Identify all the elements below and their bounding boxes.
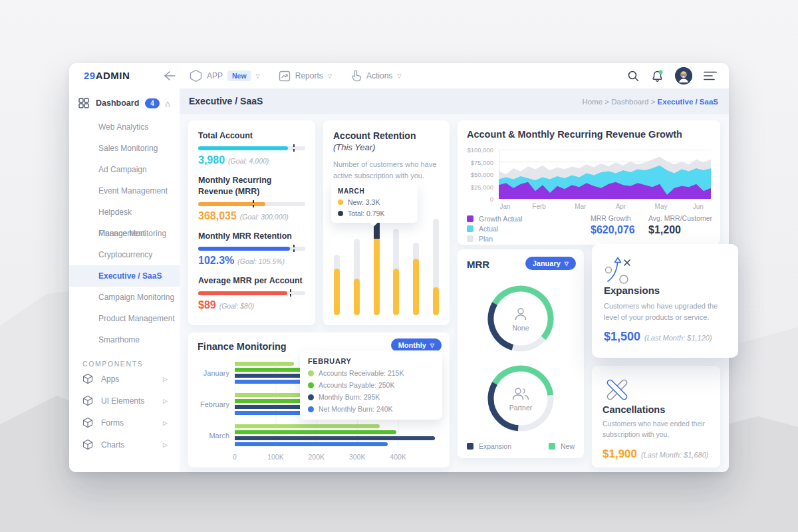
legend-dot-icon <box>308 382 314 388</box>
month-select-dropdown[interactable]: January ▽ <box>525 257 576 270</box>
legend-label: Actual <box>479 225 498 233</box>
caret-down-icon: ▽ <box>430 342 434 348</box>
retention-bar-chart <box>334 215 439 315</box>
notifications-bell-icon[interactable] <box>651 69 664 82</box>
metric-progress-fill <box>198 146 288 150</box>
bar-net-monthly-burn <box>235 442 388 446</box>
stat-label: MRR Growth <box>591 214 635 222</box>
cube-icon <box>82 439 93 450</box>
mrr-donut-none: None <box>486 284 555 353</box>
sidebar-collapse-icon[interactable] <box>161 68 177 83</box>
x-axis-label: 200K <box>309 453 325 461</box>
cancellations-last-month: (Last Month: $1,680) <box>641 451 709 459</box>
mrr-donuts-card: MRR January ▽ None Partner ExpansionNew <box>458 249 584 458</box>
cube-icon <box>82 417 93 428</box>
logo-prefix: 29 <box>84 70 96 81</box>
metric-value: 102.3% <box>198 255 234 267</box>
legend-label: New <box>561 442 575 450</box>
retention-bar <box>433 215 439 315</box>
breadcrumb-prefix[interactable]: Home > Dashboard > <box>582 98 655 106</box>
sidebar-item-forms[interactable]: Forms▷ <box>69 412 180 434</box>
stat-value: $1,200 <box>648 224 712 236</box>
menu-actions[interactable]: Actions ▽ <box>350 70 402 82</box>
metric-progress-fill <box>198 202 265 206</box>
sidebar-item-charts[interactable]: Charts▷ <box>69 434 180 456</box>
caret-down-icon: ▽ <box>328 73 332 79</box>
legend-label: Expansion <box>479 442 511 450</box>
sidebar-item-helpdesk-management[interactable]: Helpdesk Management <box>69 201 180 223</box>
cancellations-value: $1,900 <box>602 448 637 461</box>
metric-progress-fill <box>198 291 287 295</box>
donut-center: Partner <box>486 364 555 433</box>
growth-legend: Growth ActualActualPlan <box>467 213 522 243</box>
metric-goal: (Goal: 105.5%) <box>237 257 285 265</box>
x-axis-label: Apr <box>616 203 626 210</box>
sidebar-item-finance-monitoring[interactable]: Finance Monitoring <box>69 223 180 244</box>
x-axis-label: 0 <box>233 453 237 461</box>
sidebar-item-cryptocurrency[interactable]: Cryptocurrency <box>69 244 180 265</box>
menu-icon[interactable] <box>704 71 717 80</box>
sidebar-item-apps[interactable]: Apps▷ <box>69 368 180 390</box>
retention-title: Account Retention <box>333 130 440 141</box>
components-section-label: COMPONENTS <box>69 360 180 368</box>
donut-center-label: None <box>512 324 529 332</box>
sidebar-item-ad-campaign[interactable]: Ad Campaign <box>69 159 180 180</box>
component-label: Apps <box>101 374 119 384</box>
menu-app[interactable]: APP New ▽ <box>190 69 260 82</box>
user-avatar[interactable] <box>675 67 692 84</box>
breadcrumb: Home > Dashboard > Executive / SaaS <box>582 98 718 106</box>
sidebar-item-ui-elements[interactable]: UI Elements▷ <box>69 390 180 412</box>
sidebar-item-web-analytics[interactable]: Web Analytics <box>69 116 180 138</box>
finance-category-label: March <box>188 424 229 446</box>
metric-progress-bar <box>198 247 305 251</box>
bar-new-fill <box>374 237 380 315</box>
period-select-dropdown[interactable]: Monthly ▽ <box>391 338 442 352</box>
metric-progress-bar <box>198 146 305 150</box>
y-axis-label: $75,000 <box>467 159 493 166</box>
tooltip-row: Accounts Payable: 250K <box>308 381 434 389</box>
legend-item-growth-actual: Growth Actual <box>467 213 522 223</box>
bar-accounts-payable <box>235 430 396 434</box>
collapse-up-icon[interactable]: △ <box>165 100 170 107</box>
legend-item-expansion: Expansion <box>467 442 511 450</box>
cancellations-description: Customers who have ended their subscript… <box>602 419 710 440</box>
sidebar-item-smarthome[interactable]: Smarthome <box>69 329 180 350</box>
sidebar-item-event-management[interactable]: Event Management <box>69 180 180 201</box>
tooltip-title: MARCH <box>338 188 411 195</box>
x-axis-label: May <box>655 203 668 210</box>
metric-value: 3,980 <box>198 154 225 166</box>
metric-progress-fill <box>198 247 290 251</box>
menu-actions-label: Actions <box>366 71 392 80</box>
expansions-last-month: (Last Month: $1,120) <box>644 334 712 342</box>
stat-label: Avg. MRR/Customer <box>648 214 712 222</box>
menu-reports[interactable]: Reports ▽ <box>279 70 332 82</box>
metric-progress-bar <box>198 202 305 206</box>
sidebar-item-sales-monitoring[interactable]: Sales Monitoring <box>69 138 180 159</box>
header-menus: APP New ▽ Reports ▽ Actions ▽ <box>190 63 401 88</box>
tooltip-text: Accounts Payable: 250K <box>319 381 394 389</box>
legend-item-new: New <box>549 442 575 450</box>
metric-goal-marker <box>290 289 291 297</box>
metric-monthly-recurring-revenue-mrr: Monthly Recurring Revenue (MRR)368,035(G… <box>198 175 305 222</box>
bar-accounts-receivable <box>235 424 380 428</box>
mrr-title: MRR <box>467 259 489 270</box>
bar-new-fill <box>413 259 419 316</box>
dashboard-count-badge: 4 <box>145 98 160 108</box>
sidebar-components: Apps▷UI Elements▷Forms▷Charts▷ <box>69 368 180 456</box>
sidebar-item-campaign-monitoring[interactable]: Campaign Monitoring <box>69 287 180 308</box>
finance-monitoring-card: Finance Monitoring Monthly ▽ JanuaryFebr… <box>188 332 450 467</box>
retention-tooltip: MARCH New: 3.3KTotal: 0.79K <box>331 182 418 223</box>
x-axis-label: Jun <box>693 203 704 210</box>
retention-bar <box>374 215 380 315</box>
sidebar-item-dashboard[interactable]: Dashboard 4 △ <box>69 91 180 115</box>
sidebar-item-product-management[interactable]: Product Management <box>69 308 180 329</box>
sidebar: Dashboard 4 △ Web AnalyticsSales Monitor… <box>69 88 180 472</box>
metric-title: Monthly MRR Retention <box>198 231 305 241</box>
x-axis-label: Jan <box>500 203 511 210</box>
sidebar-item-executive-saas[interactable]: Executive / SaaS <box>69 265 180 287</box>
retention-subtitle: (This Year) <box>333 142 440 152</box>
stat-avg-mrr-customer: Avg. MRR/Customer $1,200 <box>648 214 712 236</box>
metric-progress-bar <box>198 291 305 295</box>
search-icon[interactable] <box>627 70 640 82</box>
retention-bar <box>413 215 419 315</box>
